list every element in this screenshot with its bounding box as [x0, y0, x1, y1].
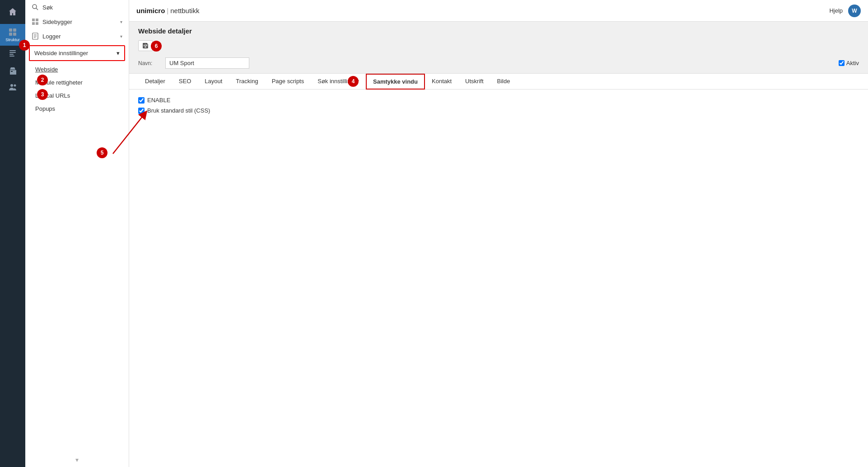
svg-point-8: [10, 84, 13, 87]
webside-innstillinger-item[interactable]: Webside innstillinger ▾: [30, 46, 124, 60]
aktiv-label: Aktiv: [846, 60, 859, 66]
sidebar-scroll-indicator: ▾: [25, 453, 129, 467]
icon-nav-bar: Struktur: [0, 0, 25, 467]
help-link[interactable]: Hjelp: [829, 7, 843, 14]
svg-line-11: [36, 8, 38, 10]
sidebar-module-rettigheter-label: Module rettigheter: [35, 79, 83, 86]
page-title: Webside detaljer: [129, 22, 868, 38]
logger-chevron: ▾: [120, 34, 122, 39]
bruk-standard-checkbox[interactable]: [138, 108, 145, 114]
home-icon[interactable]: [8, 7, 17, 19]
sidebar-webside[interactable]: Webside: [25, 63, 129, 76]
svg-point-9: [14, 85, 16, 87]
sidebar-logical-urls[interactable]: Logical URLs: [25, 89, 129, 102]
svg-rect-7: [9, 56, 14, 57]
svg-rect-4: [9, 50, 16, 51]
sidebar-popups-label: Popups: [35, 105, 55, 112]
tab-seo[interactable]: SEO: [172, 74, 198, 90]
webside-innstillinger-chevron: ▾: [117, 50, 120, 57]
content-area: Webside detaljer Navn: Aktiv Deta: [129, 22, 868, 467]
tab-utskrift[interactable]: Utskrift: [458, 74, 490, 90]
sidebar-logger[interactable]: Logger ▾: [25, 29, 129, 43]
tab-page-scripts[interactable]: Page scripts: [265, 74, 311, 90]
sidebar-sidebygger-label: Sidebygger: [42, 19, 72, 25]
svg-point-10: [33, 5, 37, 9]
form-section: Navn: Aktiv: [129, 55, 868, 73]
sidebar-webside-label: Webside: [35, 66, 58, 73]
tab-samtykke-vindu[interactable]: Samtykke vindu: [366, 74, 425, 90]
webside-innstillinger-label: Webside innstillinger: [34, 50, 88, 57]
svg-rect-5: [9, 52, 16, 53]
bruk-standard-label: Bruk standard stil (CSS): [147, 107, 210, 114]
tab-detaljer[interactable]: Detaljer: [138, 74, 172, 90]
tabs-bar: Detaljer SEO Layout Tracking Page script…: [129, 73, 868, 90]
webside-innstillinger-section: Webside innstillinger ▾: [29, 45, 125, 61]
logo-product: nettbutikk: [170, 7, 199, 14]
sidebar-logger-label: Logger: [42, 33, 61, 40]
sidebygger-chevron: ▾: [120, 19, 122, 24]
navn-input[interactable]: [165, 57, 249, 69]
tab-bilde[interactable]: Bilde: [490, 74, 517, 90]
svg-rect-6: [9, 54, 14, 55]
svg-rect-16: [144, 46, 147, 48]
sidebar-item-orders[interactable]: [0, 46, 25, 63]
tab-content-samtykke: ENABLE Bruk standard stil (CSS): [129, 90, 868, 467]
aktiv-checkbox[interactable]: [839, 60, 845, 66]
sidebar-popups[interactable]: Popups: [25, 102, 129, 115]
sidebar-module-rettigheter[interactable]: Module rettigheter: [25, 76, 129, 89]
topbar-right: Hjelp W: [829, 5, 861, 17]
enable-label: ENABLE: [147, 97, 170, 104]
logo-brand: unimicro: [136, 7, 165, 14]
tab-tracking[interactable]: Tracking: [229, 74, 265, 90]
sidebar-item-struktur-label: Struktur: [5, 38, 20, 42]
svg-rect-3: [13, 33, 16, 36]
svg-rect-0: [9, 28, 12, 32]
tab-layout[interactable]: Layout: [198, 74, 229, 90]
save-icon: [142, 42, 149, 49]
sidebar-item-users[interactable]: [0, 79, 25, 95]
enable-checkbox[interactable]: [138, 97, 145, 104]
enable-row: ENABLE: [138, 97, 859, 104]
sidebar-sidebygger[interactable]: Sidebygger ▾: [25, 14, 129, 29]
svg-rect-17: [144, 43, 146, 45]
tab-sok-innstillinger[interactable]: Søk innstillinger: [311, 74, 366, 90]
sidebar-search[interactable]: Søk: [25, 0, 129, 14]
sidebar: Søk Sidebygger ▾ Logger ▾ Webside innsti…: [25, 0, 129, 467]
sidebar-logical-urls-label: Logical URLs: [35, 92, 70, 99]
logo-separator: |: [167, 7, 168, 14]
main-content: unimicro|nettbutikk Hjelp W Webside deta…: [129, 0, 868, 467]
toolbar: [129, 38, 868, 55]
tab-kontakt[interactable]: Kontakt: [425, 74, 458, 90]
aktiv-check: Aktiv: [839, 60, 859, 66]
sidebar-item-shop[interactable]: [0, 63, 25, 79]
sidebar-item-struktur[interactable]: Struktur: [0, 24, 25, 46]
navn-label: Navn:: [138, 60, 161, 66]
avatar[interactable]: W: [848, 5, 861, 17]
sidebar-search-label: Søk: [42, 4, 53, 11]
save-button[interactable]: [138, 40, 153, 51]
app-logo: unimicro|nettbutikk: [136, 7, 199, 14]
topbar: unimicro|nettbutikk Hjelp W: [129, 0, 868, 22]
bruk-standard-row: Bruk standard stil (CSS): [138, 107, 859, 114]
svg-rect-1: [13, 28, 16, 32]
svg-rect-2: [9, 33, 12, 36]
